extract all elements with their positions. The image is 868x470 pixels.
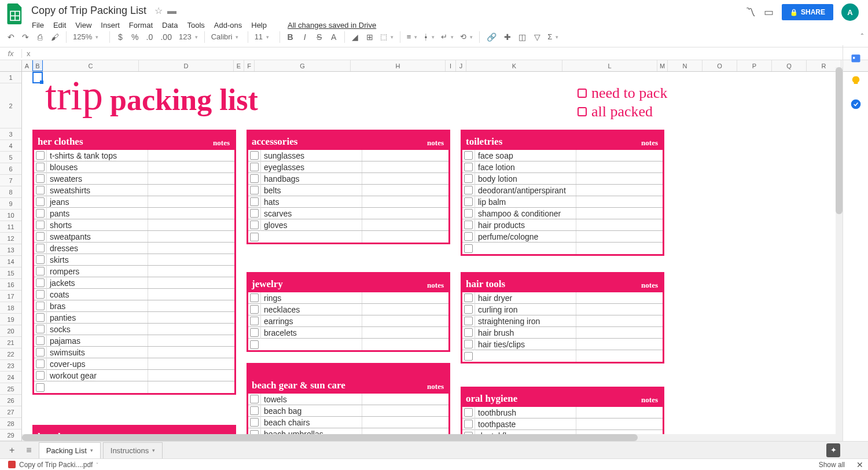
row-header-24[interactable]: 24 — [0, 372, 21, 383]
column-header-M[interactable]: M — [657, 60, 668, 71]
chevron-down-icon[interactable]: ˇ — [96, 462, 98, 468]
checkbox-icon[interactable] — [250, 186, 259, 194]
row-header-15[interactable]: 15 — [0, 267, 21, 279]
column-header-Q[interactable]: Q — [772, 60, 807, 71]
checkbox-icon[interactable] — [464, 186, 473, 194]
row-header-1[interactable]: 1 — [0, 72, 21, 83]
item-label[interactable]: beach bag — [260, 405, 362, 417]
checkbox-icon[interactable] — [250, 418, 259, 427]
checkbox-icon[interactable] — [464, 293, 473, 302]
row-header-17[interactable]: 17 — [0, 291, 21, 302]
list-item[interactable]: hats — [248, 196, 448, 208]
add-sheet-icon[interactable]: + — [5, 443, 19, 458]
font-select[interactable]: Calibri — [209, 31, 244, 42]
calendar-icon[interactable] — [850, 52, 862, 64]
item-label[interactable]: perfume/cologne — [475, 231, 576, 243]
column-header-C[interactable]: C — [43, 60, 139, 71]
list-item[interactable]: swimsuits — [34, 347, 234, 358]
checkbox-icon[interactable] — [464, 408, 473, 417]
row-header-26[interactable]: 26 — [0, 395, 21, 406]
filter-icon[interactable]: ▽ — [531, 30, 543, 44]
borders-icon[interactable]: ⊞ — [363, 30, 376, 44]
list-item[interactable]: cover-ups — [34, 358, 234, 370]
item-notes-cell[interactable] — [148, 370, 234, 381]
list-item[interactable]: towels — [248, 394, 448, 405]
checkbox-icon[interactable] — [464, 328, 473, 337]
item-label[interactable]: sweatpants — [46, 231, 148, 243]
list-item[interactable]: skirts — [34, 254, 234, 266]
item-notes-cell[interactable] — [576, 173, 663, 184]
list-item[interactable]: pants — [34, 208, 234, 219]
item-label[interactable]: body lotion — [475, 173, 576, 185]
rotate-icon[interactable]: ⟲ — [458, 31, 475, 42]
list-item[interactable]: hair products — [462, 219, 663, 231]
row-header-3[interactable]: 3 — [0, 128, 21, 140]
list-item[interactable]: face lotion — [462, 161, 663, 173]
item-notes-cell[interactable] — [148, 231, 234, 242]
account-avatar[interactable]: A — [841, 3, 859, 21]
menu-addons[interactable]: Add-ons — [210, 19, 246, 31]
checkbox-icon[interactable] — [36, 267, 45, 276]
item-notes-cell[interactable] — [148, 266, 234, 277]
item-label[interactable]: bras — [46, 300, 148, 312]
list-item[interactable]: panties — [34, 312, 234, 324]
checkbox-icon[interactable] — [36, 221, 45, 229]
row-header-21[interactable]: 21 — [0, 337, 21, 348]
checkbox-icon[interactable] — [464, 232, 473, 241]
list-item[interactable]: jackets — [34, 277, 234, 289]
functions-icon[interactable]: Σ — [545, 31, 561, 42]
column-header-H[interactable]: H — [351, 60, 446, 71]
row-header-19[interactable]: 19 — [0, 314, 21, 325]
link-icon[interactable]: 🔗 — [484, 30, 499, 44]
list-item[interactable]: body lotion — [462, 173, 663, 185]
list-item[interactable]: lip balm — [462, 196, 663, 208]
checkbox-icon[interactable] — [36, 313, 45, 322]
item-label[interactable]: earrings — [260, 315, 362, 327]
list-item[interactable]: shorts — [34, 219, 234, 231]
item-label[interactable]: towels — [260, 394, 362, 405]
list-item[interactable] — [462, 350, 663, 362]
checkbox-icon[interactable] — [464, 244, 473, 253]
currency-button[interactable]: $ — [114, 30, 127, 44]
item-label[interactable]: workout gear — [46, 370, 148, 381]
comment-add-icon[interactable]: ✚ — [501, 30, 514, 44]
row-header-27[interactable]: 27 — [0, 406, 21, 418]
tasks-icon[interactable] — [850, 98, 862, 110]
checkbox-icon[interactable] — [250, 317, 259, 325]
item-notes-cell[interactable] — [362, 394, 448, 405]
item-notes-cell[interactable] — [362, 161, 448, 172]
row-header-13[interactable]: 13 — [0, 244, 21, 256]
list-item[interactable]: belts — [248, 185, 448, 196]
star-icon[interactable]: ☆ — [155, 5, 163, 16]
list-item[interactable]: curling iron — [462, 304, 663, 315]
checkbox-icon[interactable] — [36, 197, 45, 206]
select-all-corner[interactable] — [0, 60, 22, 71]
item-label[interactable]: bracelets — [260, 327, 362, 339]
row-header-2[interactable]: 2 — [0, 83, 21, 128]
list-item[interactable]: deodorant/antiperspirant — [462, 185, 663, 196]
column-header-O[interactable]: O — [703, 60, 737, 71]
collapse-toolbar-icon[interactable]: ˆ — [861, 32, 863, 41]
item-notes-cell[interactable] — [576, 219, 663, 230]
column-header-G[interactable]: G — [255, 60, 351, 71]
text-color-icon[interactable]: A — [328, 30, 340, 44]
item-notes-cell[interactable] — [576, 231, 663, 242]
item-notes-cell[interactable] — [576, 150, 663, 161]
row-header-8[interactable]: 8 — [0, 186, 21, 198]
list-item[interactable]: perfume/cologne — [462, 231, 663, 243]
item-label[interactable]: jackets — [46, 277, 148, 289]
vertical-scrollbar[interactable] — [836, 67, 843, 434]
checkbox-icon[interactable] — [464, 420, 473, 428]
item-notes-cell[interactable] — [576, 243, 663, 254]
item-notes-cell[interactable] — [148, 173, 234, 184]
checkbox-icon[interactable] — [36, 278, 45, 287]
item-label[interactable]: belts — [260, 185, 362, 196]
item-notes-cell[interactable] — [362, 208, 448, 219]
checkbox-icon[interactable] — [250, 163, 259, 171]
item-label[interactable]: pants — [46, 208, 148, 219]
list-item[interactable]: beach bag — [248, 405, 448, 417]
item-label[interactable]: skirts — [46, 254, 148, 266]
decrease-decimal-button[interactable]: .0 — [143, 30, 156, 44]
sheet-tab-packing-list[interactable]: Packing List▾ — [39, 442, 101, 458]
item-label[interactable]: rompers — [46, 266, 148, 277]
